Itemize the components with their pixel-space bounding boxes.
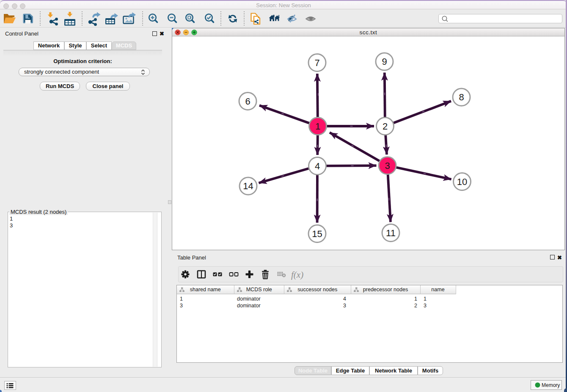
svg-text:8: 8	[459, 92, 464, 102]
svg-text:f(x): f(x)	[291, 270, 303, 280]
svg-text:15: 15	[312, 229, 322, 239]
svg-text:6: 6	[245, 96, 250, 107]
svg-text:4: 4	[315, 161, 320, 171]
svg-text:2: 2	[383, 121, 388, 132]
svg-text:10: 10	[457, 177, 467, 187]
svg-text:9: 9	[382, 56, 387, 67]
svg-text:14: 14	[243, 181, 253, 191]
svg-text:7: 7	[314, 58, 319, 68]
svg-text:1: 1	[315, 121, 320, 132]
svg-text:11: 11	[386, 228, 396, 238]
svg-text:3: 3	[385, 160, 390, 171]
